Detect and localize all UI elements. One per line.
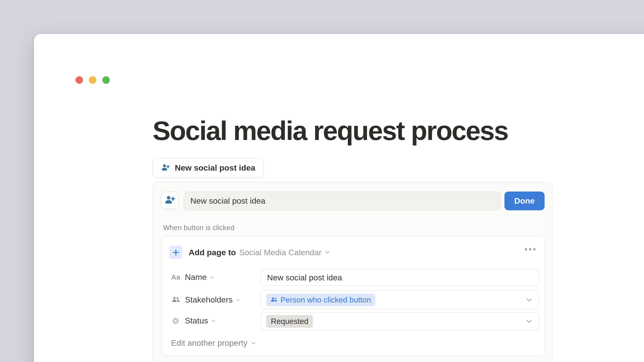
status-property-icon bbox=[171, 317, 180, 325]
step-header: Add page to Social Media Calendar bbox=[169, 246, 330, 259]
button-name-input[interactable] bbox=[184, 192, 500, 211]
desktop-background: Social media request process New social … bbox=[0, 0, 644, 362]
chevron-down-icon bbox=[526, 318, 532, 325]
chevron-down-icon bbox=[251, 340, 256, 346]
property-status-button[interactable]: Status bbox=[171, 316, 216, 326]
trigger-label: When button is clicked bbox=[163, 224, 234, 232]
target-database-name: Social Media Calendar bbox=[239, 247, 322, 257]
ellipsis-icon bbox=[525, 248, 527, 250]
app-window: Social media request process New social … bbox=[34, 34, 644, 362]
new-social-post-idea-button[interactable]: New social post idea bbox=[152, 158, 264, 178]
button-label: New social post idea bbox=[175, 163, 256, 173]
people-icon bbox=[270, 296, 278, 304]
step-menu-button[interactable] bbox=[525, 248, 536, 250]
page-title: Social media request process bbox=[152, 116, 508, 146]
button-icon-tile[interactable] bbox=[161, 192, 178, 209]
close-window-button[interactable] bbox=[76, 76, 83, 84]
name-value-field[interactable] bbox=[260, 269, 539, 286]
edit-another-property-button[interactable]: Edit another property bbox=[171, 338, 256, 348]
chevron-down-icon bbox=[526, 297, 532, 303]
done-button[interactable]: Done bbox=[504, 192, 545, 211]
button-editor-panel: Done When button is clicked Add page to … bbox=[152, 182, 552, 362]
chevron-down-icon bbox=[236, 297, 241, 302]
chevron-down-icon bbox=[210, 275, 215, 280]
chevron-down-icon bbox=[211, 318, 216, 323]
person-plus-icon bbox=[161, 163, 170, 172]
property-name-button[interactable]: Aa Name bbox=[171, 272, 215, 282]
step-card: Add page to Social Media Calendar Aa Nam… bbox=[162, 236, 545, 356]
window-controls bbox=[76, 76, 110, 84]
text-property-icon: Aa bbox=[171, 273, 180, 281]
add-page-icon bbox=[169, 246, 182, 259]
step-action-label: Add page to bbox=[189, 247, 236, 257]
name-value-input[interactable] bbox=[261, 270, 539, 285]
property-stakeholders-button[interactable]: Stakeholders bbox=[171, 295, 241, 305]
chevron-down-icon bbox=[324, 249, 330, 255]
people-property-icon bbox=[171, 296, 180, 304]
status-chip[interactable]: Requested bbox=[266, 315, 313, 328]
minimize-window-button[interactable] bbox=[89, 76, 96, 84]
stakeholders-chip[interactable]: Person who clicked button bbox=[266, 294, 375, 306]
person-plus-icon bbox=[164, 195, 176, 206]
status-select[interactable]: Requested bbox=[260, 312, 539, 330]
stakeholders-select[interactable]: Person who clicked button bbox=[260, 291, 539, 309]
target-database-select[interactable]: Social Media Calendar bbox=[239, 247, 330, 257]
zoom-window-button[interactable] bbox=[102, 76, 110, 84]
